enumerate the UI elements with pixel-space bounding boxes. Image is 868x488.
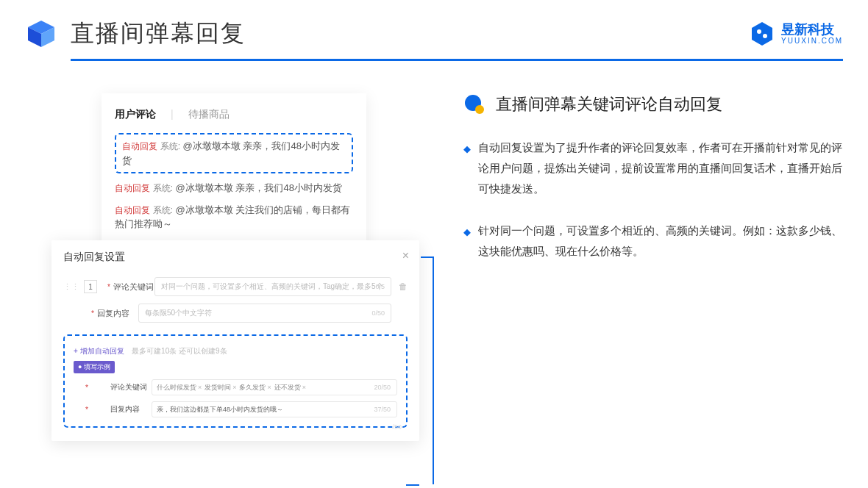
add-hint: 最多可建10条 还可以创建9条 (132, 347, 227, 355)
keyword-placeholder: 对同一个问题，可设置多个相近、高频的关键词，Tag确定，最多5个 (161, 281, 383, 292)
modal-title: 自动回复设置 (63, 251, 408, 264)
tab-pending-products[interactable]: 待播商品 (188, 108, 230, 121)
content-placeholder: 每条限50个中文字符 (145, 308, 212, 318)
cube-icon (25, 18, 57, 50)
keyword-row: ⋮⋮ 1 * 评论关键词 对同一个问题，可设置多个相近、高频的关键词，Tag确定… (63, 277, 408, 296)
faded-count: /50 (392, 423, 402, 431)
keyword-label: 评论关键词 (113, 281, 154, 293)
content-label: 回复内容 (97, 308, 138, 319)
diamond-icon: ◆ (463, 223, 471, 262)
content-row: * 回复内容 每条限50个中文字符 0/50 (63, 304, 408, 323)
required-marker: * (91, 309, 94, 317)
bullet-item: ◆ 针对同一个问题，可设置多个相近的、高频的关键词。例如：这款多少钱、这块能优惠… (463, 220, 843, 262)
auto-reply-tag: 自动回复 (115, 183, 150, 193)
comment-text: @冰墩墩本墩 关注我们的店铺，每日都有热门推荐呦～ (115, 204, 350, 230)
example-box: + 增加自动回复 最多可建10条 还可以创建9条 ● 填写示例 * 评论关键词 … (63, 334, 408, 428)
comments-panel: 用户评论 | 待播商品 自动回复 系统: @冰墩墩本墩 亲亲，我们48小时内发货… (102, 93, 366, 252)
auto-reply-tag: 自动回复 (115, 205, 150, 215)
svg-point-6 (475, 105, 484, 114)
index-badge: 1 (84, 280, 97, 293)
example-content-row: * 回复内容 亲，我们这边都是下单48小时内发货的哦～ 37/50 (74, 401, 397, 417)
comment-text: @冰墩墩本墩 亲亲，我们48小时内发货 (176, 182, 342, 193)
system-label: 系统: (153, 205, 173, 215)
example-keyword-label: 评论关键词 (110, 382, 152, 392)
comment-row: 自动回复 系统: @冰墩墩本墩 亲亲，我们48小时内发货 (115, 181, 353, 195)
close-icon[interactable]: × (402, 249, 409, 262)
required-marker: * (85, 384, 88, 392)
keyword-input[interactable]: 对同一个问题，可设置多个相近、高频的关键词，Tag确定，最多5个 0/5 (154, 277, 391, 296)
required-marker: * (85, 406, 88, 414)
auto-reply-settings-modal: 自动回复设置 × ⋮⋮ 1 * 评论关键词 对同一个问题，可设置多个相近、高频的… (51, 240, 419, 441)
content-count: 0/50 (371, 309, 385, 317)
brand-logo: 昱新科技 YUUXIN.COM (749, 21, 843, 47)
example-content-value: 亲，我们这边都是下单48小时内发货的哦～ (157, 405, 283, 415)
trash-icon[interactable]: 🗑 (399, 281, 408, 292)
connector-line (406, 484, 419, 486)
tab-user-comments[interactable]: 用户评论 (115, 108, 156, 121)
bullet-text: 针对同一个问题，可设置多个相近的、高频的关键词。例如：这款多少钱、这块能优惠吗、… (478, 220, 843, 262)
content-input[interactable]: 每条限50个中文字符 0/50 (138, 304, 391, 323)
keyword-count: 0/5 (375, 283, 385, 290)
bullet-text: 自动回复设置为了提升作者的评论回复效率，作者可在开播前针对常见的评论用户问题，提… (478, 137, 843, 198)
example-badge: ● 填写示例 (74, 361, 115, 373)
system-label: 系统: (153, 183, 173, 193)
section-title: 直播间弹幕关键词评论自动回复 (496, 93, 722, 115)
example-content-input[interactable]: 亲，我们这边都是下单48小时内发货的哦～ 37/50 (152, 401, 397, 417)
required-marker: * (107, 283, 110, 291)
svg-point-3 (757, 29, 761, 34)
example-content-count: 37/50 (374, 406, 391, 413)
highlighted-reply: 自动回复 系统: @冰墩墩本墩 亲亲，我们48小时内发货 (115, 133, 353, 173)
example-content-label: 回复内容 (110, 404, 152, 415)
comment-row: 自动回复 系统: @冰墩墩本墩 关注我们的店铺，每日都有热门推荐呦～ (115, 203, 353, 232)
brand-name: 昱新科技 (781, 23, 843, 37)
bubble-icon (463, 93, 485, 115)
tab-separator: | (171, 108, 174, 121)
example-tag: 发货时间× (204, 383, 236, 392)
connector-line (421, 256, 434, 484)
page-title: 直播间弹幕回复 (71, 18, 246, 50)
drag-handle-icon[interactable]: ⋮⋮ (63, 282, 79, 292)
example-keyword-row: * 评论关键词 什么时候发货× 发货时间× 多久发货× 还不发货× 20/50 (74, 379, 397, 395)
svg-point-4 (763, 34, 767, 38)
example-keyword-count: 20/50 (374, 384, 391, 391)
example-tag: 还不发货× (274, 383, 306, 392)
brand-url: YUUXIN.COM (781, 37, 843, 45)
auto-reply-tag: 自动回复 (122, 141, 157, 151)
system-label: 系统: (160, 141, 180, 151)
diamond-icon: ◆ (463, 140, 471, 198)
example-tag: 什么时候发货× (157, 383, 202, 392)
example-keyword-input[interactable]: 什么时候发货× 发货时间× 多久发货× 还不发货× 20/50 (152, 379, 397, 395)
example-tag: 多久发货× (239, 383, 271, 392)
add-auto-reply-link[interactable]: + 增加自动回复 (74, 347, 124, 355)
bullet-item: ◆ 自动回复设置为了提升作者的评论回复效率，作者可在开播前针对常见的评论用户问题… (463, 137, 843, 198)
